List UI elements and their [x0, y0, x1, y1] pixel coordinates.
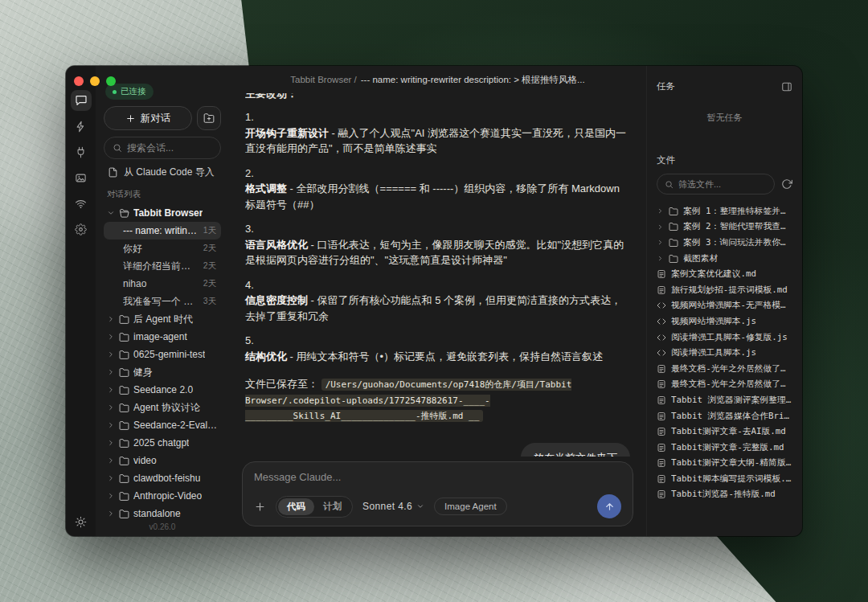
project-name: Tabbit Browser — [133, 207, 203, 219]
document-icon — [657, 474, 666, 484]
chat-bubble-icon[interactable] — [71, 90, 92, 111]
project-folder-tabbit-browser[interactable]: Tabbit Browser — [104, 204, 221, 222]
zoom-window-button[interactable] — [106, 76, 116, 86]
folder-item[interactable]: Agent 协议讨论 — [104, 399, 221, 416]
refresh-icon[interactable] — [781, 178, 792, 190]
code-icon — [657, 348, 666, 358]
conversation-item[interactable]: 你好 2天 — [104, 240, 221, 257]
folder-name: Seedance-2-Evaluation — [133, 420, 218, 431]
image-agent-button[interactable]: Image Agent — [434, 498, 507, 515]
chat-transcript[interactable]: 主要改动： 1. 开场钩子重新设计 - 融入了个人观点"AI 浏览器这个赛道其实… — [229, 93, 646, 457]
folder-item[interactable]: Seedance 2.0 — [104, 381, 221, 399]
chevron-down-icon — [107, 209, 115, 217]
conversation-time: 2天 — [203, 260, 216, 272]
file-name: 旅行规划妙招-提示词模板.md — [671, 285, 788, 296]
conversation-time: 1天 — [203, 225, 216, 236]
conversation-item[interactable]: 我准备写一个 AI 浏览... 3天 — [104, 293, 221, 310]
minimize-window-button[interactable] — [90, 76, 100, 86]
folder-icon — [669, 207, 678, 216]
file-item[interactable]: 阅读增强工具脚本.js — [657, 345, 792, 361]
list-item-number: 4. — [245, 277, 630, 293]
plug-icon[interactable] — [71, 141, 92, 162]
send-button[interactable] — [597, 494, 621, 518]
file-item[interactable]: 旅行规划妙招-提示词模板.md — [657, 282, 792, 298]
conversation-item[interactable]: --- name: writing-re... 1天 — [104, 222, 221, 240]
file-item[interactable]: 视频网站增强脚本-无严格模式.... — [657, 298, 792, 314]
conversation-time: 3天 — [203, 296, 216, 307]
wifi-icon[interactable] — [71, 193, 92, 214]
model-selector[interactable]: Sonnet 4.6 — [362, 501, 424, 512]
conversation-time: 2天 — [203, 243, 216, 254]
folder-item[interactable]: Seedance-2-Evaluation — [104, 416, 221, 434]
folder-item[interactable]: 0625-gemini-test — [104, 346, 221, 363]
file-item[interactable]: Tabbit 浏览器媒体合作Brief... — [657, 408, 792, 424]
conversation-item[interactable]: nihao 2天 — [104, 275, 221, 293]
file-item[interactable]: Tabbit浏览器-推特版.md — [657, 487, 792, 503]
folder-item[interactable]: clawdbot-feishu — [104, 469, 221, 487]
chevron-right-icon — [657, 239, 664, 246]
message-placeholder: Message Claude... — [254, 471, 621, 483]
file-item[interactable]: 案例文案优化建议.md — [657, 266, 792, 282]
folder-item[interactable]: image-agent — [104, 328, 221, 346]
sun-icon[interactable] — [66, 516, 96, 528]
new-chat-button[interactable]: 新对话 — [104, 106, 192, 130]
conversation-item[interactable]: 详细介绍当前文件下的... 2天 — [104, 257, 221, 275]
image-icon[interactable] — [71, 167, 92, 188]
search-conversations-input[interactable]: 搜索会话... — [104, 137, 221, 159]
folder-item[interactable]: 健身 — [104, 363, 221, 381]
gear-icon[interactable] — [71, 219, 92, 240]
folder-item[interactable]: 2025 chatgpt — [104, 434, 221, 452]
chevron-right-icon — [107, 474, 115, 482]
file-item[interactable]: 最终文档-光年之外居然做了能... — [657, 377, 792, 393]
folder-name: 0625-gemini-test — [133, 349, 205, 360]
attach-plus-icon[interactable] — [254, 501, 266, 513]
composer: Message Claude... 代码 计划 Sonnet 4.6 Image… — [229, 457, 646, 536]
file-item[interactable]: 最终文档-光年之外居然做了能... — [657, 361, 792, 377]
file-item[interactable]: 视频网站增强脚本.js — [657, 313, 792, 330]
file-name: 案例文案优化建议.md — [671, 268, 756, 280]
file-name: Tabbit脚本编写提示词模板.md — [671, 473, 792, 485]
file-name: Tabbit 浏览器测评案例整理.md — [671, 395, 792, 406]
new-folder-button[interactable] — [197, 106, 221, 130]
code-icon — [657, 333, 666, 342]
file-folder-item[interactable]: 案例 1：整理推特标签并聊天 — [657, 203, 792, 219]
folder-item[interactable]: video — [104, 452, 221, 469]
mode-plan-tab[interactable]: 计划 — [314, 498, 350, 515]
chevron-right-icon — [657, 223, 664, 231]
chevron-right-icon — [107, 368, 115, 376]
folder-icon — [669, 254, 678, 264]
file-item[interactable]: Tabbit测评文章大纲-精简版.md — [657, 456, 792, 472]
folder-item[interactable]: Anthropic-Video — [104, 487, 221, 505]
list-item-title: 格式调整 — [245, 182, 287, 195]
zap-icon[interactable] — [71, 116, 92, 137]
import-label: 从 Claude Code 导入 — [124, 166, 215, 179]
folder-item[interactable]: standalone — [104, 505, 221, 522]
import-claude-code-button[interactable]: 从 Claude Code 导入 — [104, 159, 221, 182]
file-item[interactable]: Tabbit测评文章-完整版.md — [657, 440, 792, 456]
file-folder-item[interactable]: 截图素材 — [657, 251, 792, 267]
conversation-list-label: 对话列表 — [104, 189, 221, 200]
folder-icon — [119, 367, 129, 378]
folder-name: video — [133, 455, 157, 466]
conversation-title: nihao — [123, 278, 199, 289]
folder-icon — [119, 314, 129, 325]
file-item[interactable]: Tabbit脚本编写提示词模板.md — [657, 471, 792, 487]
file-item[interactable]: Tabbit测评文章-去AI版.md — [657, 424, 792, 440]
document-icon — [657, 285, 666, 295]
file-name: Tabbit测评文章大纲-精简版.md — [671, 457, 792, 469]
file-item[interactable]: 阅读增强工具脚本-修复版.js — [657, 330, 792, 346]
file-folder-item[interactable]: 案例 2：智能代理帮我查找机票... — [657, 219, 792, 235]
filter-files-input[interactable]: 筛选文件... — [657, 174, 775, 195]
close-window-button[interactable] — [74, 76, 84, 86]
panel-toggle-icon[interactable] — [781, 81, 792, 92]
folder-name: Anthropic-Video — [133, 490, 202, 502]
file-name: 视频网站增强脚本.js — [671, 316, 756, 327]
document-icon — [657, 458, 666, 468]
file-name: Tabbit测评文章-完整版.md — [671, 442, 784, 453]
message-input[interactable]: Message Claude... 代码 计划 Sonnet 4.6 Image… — [242, 461, 633, 526]
chevron-right-icon — [107, 350, 115, 358]
mode-code-tab[interactable]: 代码 — [278, 498, 314, 515]
file-item[interactable]: Tabbit 浏览器测评案例整理.md — [657, 392, 792, 408]
file-folder-item[interactable]: 案例 3：询问玩法并教你设置 — [657, 235, 792, 251]
folder-item[interactable]: 后 Agent 时代 — [104, 310, 221, 328]
